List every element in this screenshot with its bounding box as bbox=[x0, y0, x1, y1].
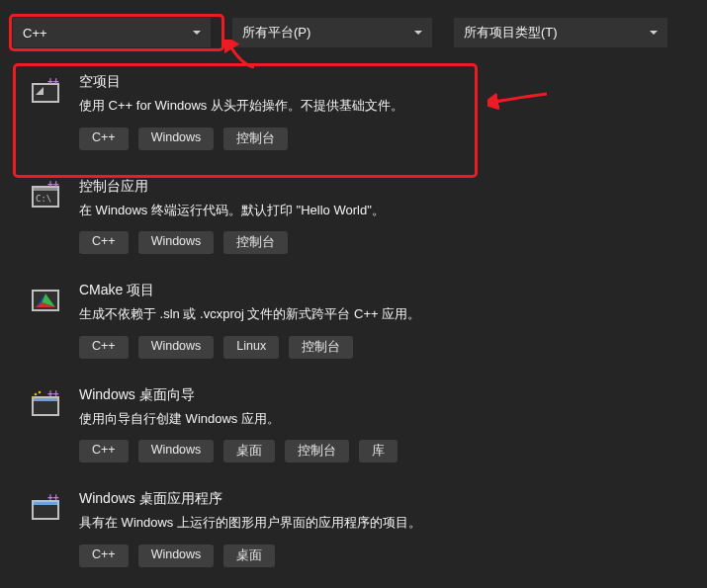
tag: Windows bbox=[138, 545, 215, 567]
svg-rect-18 bbox=[34, 505, 57, 518]
template-console-app[interactable]: C:\ ++ 控制台应用 在 Windows 终端运行代码。默认打印 "Hell… bbox=[0, 164, 707, 269]
tag: Windows bbox=[138, 231, 215, 254]
empty-project-icon: ++ bbox=[30, 75, 61, 107]
template-title: 空项目 bbox=[79, 73, 687, 91]
project-type-dropdown[interactable]: 所有项目类型(T) bbox=[454, 18, 667, 47]
project-type-dropdown-value: 所有项目类型(T) bbox=[464, 24, 558, 42]
template-tags: C++ Windows 桌面 bbox=[79, 545, 687, 567]
tag: C++ bbox=[79, 545, 129, 567]
tag: 控制台 bbox=[223, 127, 288, 150]
svg-text:++: ++ bbox=[47, 492, 59, 503]
tag: 控制台 bbox=[223, 231, 288, 254]
template-desc: 使用向导自行创建 Windows 应用。 bbox=[79, 409, 687, 429]
template-title: Windows 桌面应用程序 bbox=[79, 490, 687, 508]
tag: 桌面 bbox=[223, 440, 275, 462]
template-list: ++ 空项目 使用 C++ for Windows 从头开始操作。不提供基础文件… bbox=[0, 47, 707, 581]
svg-text:++: ++ bbox=[47, 76, 59, 87]
language-dropdown-value: C++ bbox=[23, 26, 47, 41]
cmake-icon bbox=[30, 284, 61, 315]
console-app-icon: C:\ ++ bbox=[30, 180, 61, 211]
template-body: CMake 项目 生成不依赖于 .sln 或 .vcxproj 文件的新式跨平台… bbox=[79, 282, 687, 359]
tag: 库 bbox=[359, 440, 398, 462]
template-desc: 生成不依赖于 .sln 或 .vcxproj 文件的新式跨平台 C++ 应用。 bbox=[79, 304, 687, 324]
template-desc: 在 Windows 终端运行代码。默认打印 "Hello World"。 bbox=[79, 201, 687, 220]
svg-text:++: ++ bbox=[47, 180, 59, 190]
chevron-down-icon bbox=[193, 31, 201, 35]
language-dropdown[interactable]: C++ bbox=[13, 18, 211, 47]
windows-desktop-app-icon: ++ bbox=[30, 492, 61, 524]
svg-point-15 bbox=[39, 390, 42, 393]
tag: 控制台 bbox=[285, 440, 349, 462]
template-title: Windows 桌面向导 bbox=[79, 386, 687, 404]
tag: C++ bbox=[79, 336, 129, 359]
template-windows-desktop-app[interactable]: ++ Windows 桌面应用程序 具有在 Windows 上运行的图形用户界面… bbox=[0, 476, 707, 581]
tag: Windows bbox=[138, 127, 215, 150]
platform-dropdown-value: 所有平台(P) bbox=[242, 24, 310, 42]
tag: C++ bbox=[79, 231, 129, 254]
template-tags: C++ Windows Linux 控制台 bbox=[79, 336, 687, 359]
template-title: 控制台应用 bbox=[79, 178, 687, 196]
tag: Linux bbox=[223, 336, 279, 359]
tag: 控制台 bbox=[289, 336, 353, 359]
svg-rect-1 bbox=[34, 85, 57, 101]
svg-point-14 bbox=[35, 392, 38, 395]
template-body: 空项目 使用 C++ for Windows 从头开始操作。不提供基础文件。 C… bbox=[79, 73, 687, 150]
chevron-down-icon bbox=[414, 31, 422, 35]
platform-dropdown[interactable]: 所有平台(P) bbox=[232, 18, 432, 47]
windows-wizard-icon: ++ bbox=[30, 388, 61, 420]
tag: C++ bbox=[79, 127, 129, 150]
tag: C++ bbox=[79, 440, 129, 462]
template-body: Windows 桌面应用程序 具有在 Windows 上运行的图形用户界面的应用… bbox=[79, 490, 687, 567]
template-tags: C++ Windows 控制台 bbox=[79, 231, 687, 254]
template-cmake[interactable]: CMake 项目 生成不依赖于 .sln 或 .vcxproj 文件的新式跨平台… bbox=[0, 268, 707, 373]
svg-point-16 bbox=[32, 396, 34, 398]
svg-text:++: ++ bbox=[47, 388, 59, 399]
template-body: 控制台应用 在 Windows 终端运行代码。默认打印 "Hello World… bbox=[79, 178, 687, 255]
svg-rect-11 bbox=[34, 401, 57, 414]
template-body: Windows 桌面向导 使用向导自行创建 Windows 应用。 C++ Wi… bbox=[79, 386, 687, 463]
template-tags: C++ Windows 桌面 控制台 库 bbox=[79, 440, 687, 462]
template-desc: 使用 C++ for Windows 从头开始操作。不提供基础文件。 bbox=[79, 96, 687, 116]
template-tags: C++ Windows 控制台 bbox=[79, 127, 687, 150]
tag: Windows bbox=[138, 336, 215, 359]
template-title: CMake 项目 bbox=[79, 282, 687, 299]
tag: 桌面 bbox=[223, 545, 275, 567]
tag: Windows bbox=[138, 440, 215, 462]
template-windows-desktop-wizard[interactable]: ++ Windows 桌面向导 使用向导自行创建 Windows 应用。 C++… bbox=[0, 373, 707, 477]
chevron-down-icon bbox=[650, 31, 658, 35]
filter-bar: C++ 所有平台(P) 所有项目类型(T) bbox=[0, 0, 707, 47]
template-empty-project[interactable]: ++ 空项目 使用 C++ for Windows 从头开始操作。不提供基础文件… bbox=[0, 59, 707, 164]
svg-text:C:\: C:\ bbox=[36, 194, 51, 204]
template-desc: 具有在 Windows 上运行的图形用户界面的应用程序的项目。 bbox=[79, 513, 687, 533]
